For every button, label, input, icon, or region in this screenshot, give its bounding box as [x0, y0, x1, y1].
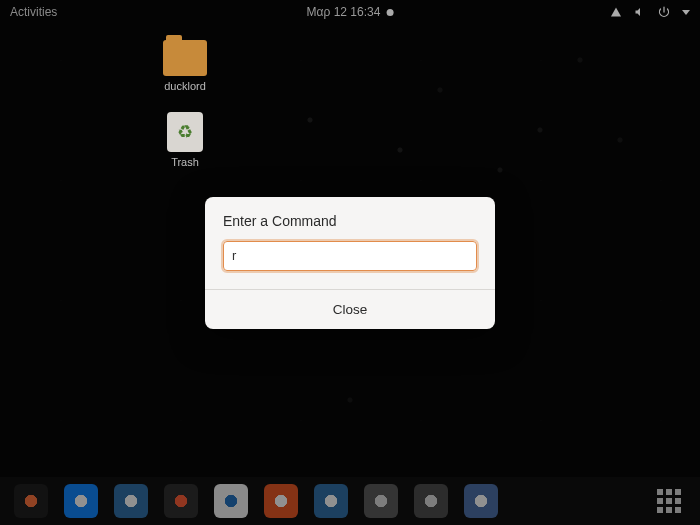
run-command-dialog: Enter a Command Close	[205, 197, 495, 329]
close-button[interactable]: Close	[205, 290, 495, 329]
run-command-dialog-shroud: Enter a Command Close	[0, 0, 700, 525]
dialog-title: Enter a Command	[223, 213, 477, 229]
command-input[interactable]	[223, 241, 477, 271]
